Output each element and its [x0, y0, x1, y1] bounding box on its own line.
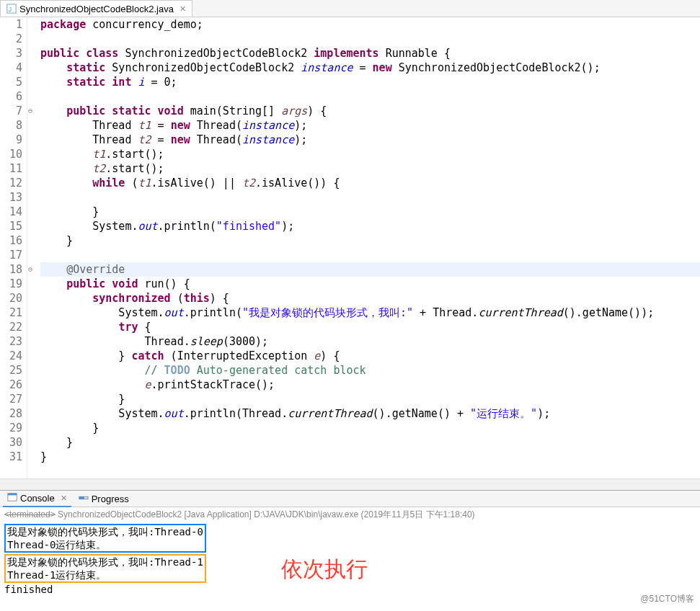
code-line[interactable]: public static void main(String[] args) { — [40, 104, 700, 118]
code-line[interactable]: static SynchronizedObjectCodeBlock2 inst… — [40, 61, 700, 75]
output-block-thread0: 我是对象锁的代码块形式，我叫:Thread-0 Thread-0运行结束。 — [4, 524, 206, 553]
line-number: 2 — [0, 32, 22, 46]
code-line[interactable]: while (t1.isAlive() || t2.isAlive()) { — [40, 176, 700, 190]
line-number: 4 — [0, 61, 22, 75]
code-line[interactable]: synchronized (this) { — [40, 291, 700, 306]
svg-text:J: J — [9, 6, 12, 13]
output-block-thread1: 我是对象锁的代码块形式，我叫:Thread-1 Thread-1运行结束。 — [4, 554, 206, 583]
line-number: 29 — [0, 421, 22, 435]
line-number: 3 — [0, 46, 22, 61]
tab-progress-label: Progress — [92, 494, 129, 504]
code-line[interactable]: } catch (InterruptedException e) { — [40, 349, 700, 363]
code-line[interactable]: Thread t2 = new Thread(instance); — [40, 133, 700, 147]
code-line[interactable]: @Override — [40, 262, 700, 277]
line-number: 10 — [0, 147, 22, 161]
line-number: 1 — [0, 17, 22, 32]
console-icon — [7, 492, 17, 504]
code-line[interactable] — [40, 190, 700, 205]
code-line[interactable]: } — [40, 450, 700, 464]
line-number: 12 — [0, 176, 22, 190]
run-config-label: SynchronizedObjectCodeBlock2 [Java Appli… — [56, 509, 475, 519]
line-number: 26 — [0, 378, 22, 392]
line-number: 30 — [0, 435, 22, 450]
editor-tab[interactable]: J SynchronizedObjectCodeBlock2.java ✕ — [0, 0, 192, 17]
line-number: 5 — [0, 75, 22, 89]
code-line[interactable]: } — [40, 421, 700, 435]
line-number: 11 — [0, 161, 22, 176]
line-number: 15 — [0, 219, 22, 233]
line-number: 25 — [0, 363, 22, 378]
tab-console[interactable]: Console ✕ — [3, 491, 71, 507]
progress-icon — [79, 493, 89, 505]
code-line[interactable]: System.out.println(Thread.currentThread(… — [40, 406, 700, 421]
line-number: 27 — [0, 392, 22, 406]
code-line[interactable] — [40, 89, 700, 104]
code-line[interactable]: t2.start(); — [40, 161, 700, 176]
code-line[interactable]: public void run() { — [40, 277, 700, 291]
line-number: 23 — [0, 334, 22, 349]
code-line[interactable]: try { — [40, 320, 700, 334]
tab-filename: SynchronizedObjectCodeBlock2.java — [19, 4, 174, 14]
watermark: @51CTO博客 — [640, 593, 694, 605]
code-line[interactable]: package concurrency_demo; — [40, 17, 700, 32]
console-line: Thread-0运行结束。 — [7, 538, 203, 551]
tab-console-label: Console — [20, 493, 55, 504]
java-file-icon: J — [6, 4, 17, 14]
line-number-gutter: 1234567891011121314151617181920212223242… — [0, 17, 27, 478]
code-line[interactable]: } — [40, 205, 700, 219]
code-line[interactable] — [40, 32, 700, 46]
console-line: finished — [4, 583, 696, 596]
terminated-label: <terminated> — [4, 509, 56, 519]
annotation-text: 依次执行 — [281, 555, 368, 584]
line-number: 9 — [0, 133, 22, 147]
code-line[interactable]: } — [40, 435, 700, 450]
line-number: 6 — [0, 89, 22, 104]
code-line[interactable]: System.out.println("我是对象锁的代码块形式，我叫:" + T… — [40, 306, 700, 320]
line-number: 24 — [0, 349, 22, 363]
code-line[interactable] — [40, 248, 700, 262]
console-line: 我是对象锁的代码块形式，我叫:Thread-0 — [7, 525, 203, 538]
line-number: 19 — [0, 277, 22, 291]
code-line[interactable]: public class SynchronizedObjectCodeBlock… — [40, 46, 700, 61]
console-line: Thread-1运行结束。 — [7, 568, 203, 581]
line-number: 22 — [0, 320, 22, 334]
line-number: 20 — [0, 291, 22, 306]
line-number: 13 — [0, 190, 22, 205]
code-line[interactable]: static int i = 0; — [40, 75, 700, 89]
svg-rect-5 — [79, 496, 84, 499]
line-number: 8 — [0, 118, 22, 133]
svg-rect-3 — [8, 493, 17, 495]
code-area[interactable]: package concurrency_demo;public class Sy… — [27, 17, 700, 478]
close-icon[interactable]: ✕ — [61, 494, 67, 503]
code-line[interactable]: e.printStackTrace(); — [40, 378, 700, 392]
code-line[interactable]: Thread.sleep(3000); — [40, 334, 700, 349]
line-number: 17 — [0, 248, 22, 262]
line-number: 31 — [0, 450, 22, 464]
code-editor[interactable]: 1234567891011121314151617181920212223242… — [0, 17, 700, 478]
code-line[interactable]: System.out.println("finished"); — [40, 219, 700, 233]
close-icon[interactable]: ✕ — [180, 4, 186, 14]
code-line[interactable]: t1.start(); — [40, 147, 700, 161]
line-number: 16 — [0, 233, 22, 248]
line-number: 21 — [0, 306, 22, 320]
console-run-header: <terminated> SynchronizedObjectCodeBlock… — [0, 507, 700, 522]
console-line: 我是对象锁的代码块形式，我叫:Thread-1 — [7, 556, 203, 568]
line-number: 7 — [0, 104, 22, 118]
tab-progress[interactable]: Progress — [74, 491, 133, 507]
line-number: 14 — [0, 205, 22, 219]
code-line[interactable]: // TODO Auto-generated catch block — [40, 363, 700, 378]
code-line[interactable]: } — [40, 392, 700, 406]
editor-tab-bar: J SynchronizedObjectCodeBlock2.java ✕ — [0, 0, 700, 17]
console-tab-bar: Console ✕ Progress — [0, 490, 700, 507]
code-line[interactable]: Thread t1 = new Thread(instance); — [40, 118, 700, 133]
code-line[interactable]: } — [40, 233, 700, 248]
horizontal-scrollbar[interactable] — [0, 478, 700, 490]
line-number: 18 — [0, 262, 22, 277]
line-number: 28 — [0, 406, 22, 421]
